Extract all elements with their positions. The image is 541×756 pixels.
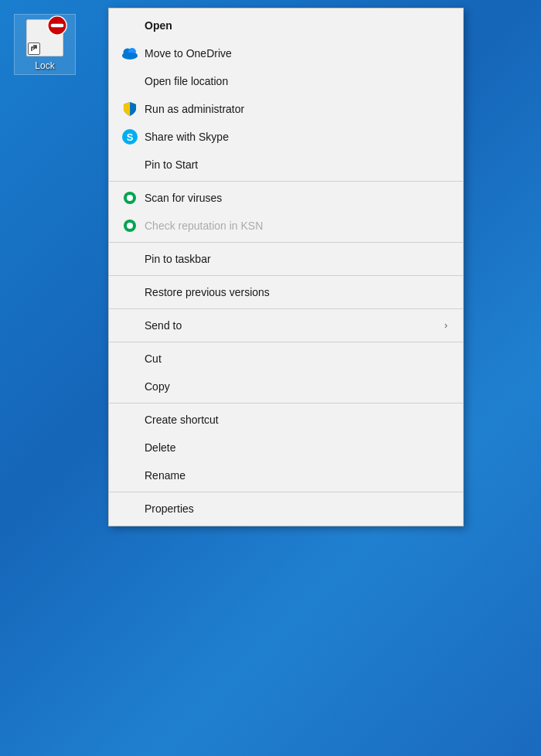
menu-item-open[interactable]: Open [109, 12, 463, 39]
menu-item-send-to-label: Send to [145, 319, 444, 332]
menu-item-restore-previous[interactable]: Restore previous versions [109, 278, 463, 306]
menu-item-properties-label: Properties [145, 502, 447, 515]
separator-5 [109, 342, 463, 342]
skype-icon: S [121, 128, 138, 145]
menu-item-pin-to-start[interactable]: Pin to Start [109, 151, 463, 179]
send-to-icon [121, 317, 138, 334]
menu-item-rename[interactable]: Rename [109, 461, 463, 489]
menu-item-skype-label: Share with Skype [145, 131, 447, 143]
menu-item-open-label: Open [145, 19, 447, 32]
menu-item-create-shortcut[interactable]: Create shortcut [109, 406, 463, 434]
menu-item-copy[interactable]: Copy [109, 373, 463, 400]
menu-item-rename-label: Rename [145, 469, 447, 482]
separator-7 [109, 492, 463, 492]
no-entry-icon [46, 15, 68, 36]
context-menu: Open Move to OneDrive Open file location [108, 8, 464, 526]
menu-item-reputation-label: Check reputation in KSN [145, 220, 447, 232]
menu-item-check-reputation[interactable]: Check reputation in KSN [109, 212, 463, 240]
menu-item-properties[interactable]: Properties [109, 495, 463, 523]
svg-rect-1 [51, 24, 64, 28]
menu-item-cut-label: Cut [145, 352, 447, 365]
copy-icon [121, 378, 138, 395]
menu-item-move-to-onedrive[interactable]: Move to OneDrive [109, 39, 463, 67]
properties-icon [121, 500, 138, 517]
menu-item-run-admin-label: Run as administrator [145, 103, 447, 115]
open-file-location-icon [121, 73, 138, 90]
separator-3 [109, 275, 463, 276]
separator-4 [109, 308, 463, 309]
separator-6 [109, 403, 463, 404]
menu-item-run-as-admin[interactable]: Run as administrator [109, 95, 463, 123]
menu-item-send-to[interactable]: Send to › [109, 312, 463, 339]
shield-admin-icon [121, 100, 138, 117]
menu-item-file-location-label: Open file location [145, 75, 447, 87]
menu-item-cut[interactable]: Cut [109, 345, 463, 373]
submenu-arrow-icon: › [444, 320, 447, 331]
kaspersky-reputation-icon [121, 217, 138, 234]
menu-item-pin-taskbar[interactable]: Pin to taskbar [109, 245, 463, 273]
desktop-icon-lock[interactable]: Lock [14, 14, 76, 75]
menu-item-onedrive-label: Move to OneDrive [145, 47, 447, 60]
separator-1 [109, 181, 463, 182]
menu-item-share-skype[interactable]: S Share with Skype [109, 123, 463, 151]
rename-icon [121, 467, 138, 484]
open-icon [121, 17, 138, 34]
menu-item-delete-label: Delete [145, 441, 447, 454]
restore-icon [121, 284, 138, 301]
delete-icon [121, 439, 138, 456]
menu-item-delete[interactable]: Delete [109, 434, 463, 461]
separator-2 [109, 242, 463, 243]
icon-wrapper [25, 18, 65, 58]
svg-point-5 [122, 53, 138, 59]
create-shortcut-icon [121, 411, 138, 428]
menu-item-restore-label: Restore previous versions [145, 286, 447, 298]
onedrive-icon [121, 45, 138, 62]
menu-item-open-file-location[interactable]: Open file location [109, 67, 463, 95]
menu-item-scan-viruses[interactable]: Scan for viruses [109, 184, 463, 212]
kaspersky-scan-icon [121, 189, 138, 206]
pin-start-icon [121, 156, 138, 173]
cut-icon [121, 350, 138, 367]
menu-item-create-shortcut-label: Create shortcut [145, 414, 447, 426]
pin-taskbar-icon [121, 250, 138, 267]
icon-label: Lock [18, 60, 72, 71]
menu-item-copy-label: Copy [145, 380, 447, 393]
menu-item-pin-start-label: Pin to Start [145, 158, 447, 171]
shortcut-arrow-indicator [28, 43, 40, 55]
menu-item-pin-taskbar-label: Pin to taskbar [145, 253, 447, 265]
menu-item-scan-label: Scan for viruses [145, 192, 447, 204]
